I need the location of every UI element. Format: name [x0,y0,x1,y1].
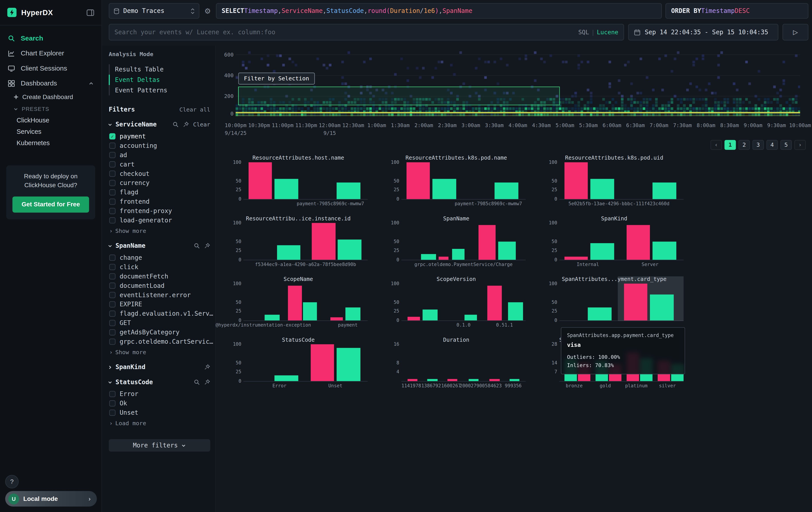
presets-toggle[interactable]: PRESETS [0,103,102,114]
language-toggle[interactable]: SQL|Lucene [578,28,618,36]
inlier-bar[interactable] [423,309,437,321]
inlier-bar[interactable] [590,179,614,199]
mode-results-table[interactable]: Results Table [110,64,215,75]
checkbox[interactable] [109,292,115,298]
local-mode-pill[interactable]: U Local mode › [5,491,97,507]
checkbox[interactable] [109,217,115,223]
inlier-bar[interactable] [421,254,436,260]
filter-option-load-generator[interactable]: load-generator [109,216,215,225]
checkbox[interactable] [109,208,115,214]
filter-option-ad[interactable]: ad [109,150,215,160]
help-button[interactable]: ? [5,475,19,488]
inlier-bar[interactable] [345,308,360,321]
checkbox[interactable] [109,282,115,289]
checkbox[interactable] [109,339,115,345]
search-icon[interactable] [194,379,200,385]
outlier-bar[interactable] [564,162,588,199]
outlier-bar[interactable] [626,225,650,260]
checkbox[interactable] [109,152,115,158]
checkbox[interactable] [109,142,115,149]
filter-option-flagd.evaluation.v1.Serv…[interactable]: flagd.evaluation.v1.Serv… [109,309,215,318]
pager-page-1[interactable]: 1 [724,140,736,150]
chevron-down-icon[interactable] [108,244,112,248]
load-more-statuscode[interactable]: ›Load more [109,420,215,427]
outlier-bar[interactable] [408,317,420,321]
outlier-bar[interactable] [406,162,430,199]
filter-option-change[interactable]: change [109,253,215,263]
filter-option-documentLoad[interactable]: documentLoad [109,281,215,290]
checkbox[interactable] [109,301,115,307]
filter-option-frontend[interactable]: frontend [109,197,215,206]
checkbox[interactable] [109,264,115,270]
inlier-bar[interactable] [337,348,360,381]
chevron-down-icon[interactable] [108,380,112,384]
filter-option-payment[interactable]: ✓payment [109,132,215,141]
run-query-button[interactable]: ▷ [782,24,808,41]
filter-option-EXPIRE[interactable]: EXPIRE [109,300,215,309]
show-more-servicename[interactable]: ›Show more [109,227,215,234]
inlier-bar[interactable] [274,376,298,381]
inlier-bar[interactable] [468,379,478,381]
source-select[interactable]: Demo Traces [109,3,199,19]
inlier-bar[interactable] [427,379,437,381]
checkbox[interactable] [109,189,115,195]
filter-option-grpc.oteldemo.CartServic…[interactable]: grpc.oteldemo.CartServic… [109,337,215,346]
inlier-bar[interactable] [337,183,360,199]
filter-option-accounting[interactable]: accounting [109,141,215,151]
checkbox[interactable] [109,180,115,186]
checkbox[interactable] [109,320,115,326]
chevron-right-icon[interactable] [108,365,112,370]
checkbox[interactable]: ✓ [109,133,115,140]
inlier-bar[interactable] [652,241,676,260]
sidebar-collapse-icon[interactable] [86,9,94,16]
outlier-bar[interactable] [478,225,496,260]
checkbox[interactable] [109,311,115,317]
filter-option-frontend-proxy[interactable]: frontend-proxy [109,206,215,216]
time-selection-rect[interactable] [238,87,560,105]
chevron-down-icon[interactable] [108,122,112,127]
checkbox[interactable] [109,410,115,416]
search-icon[interactable] [172,121,178,128]
filter-option-eventListener.error[interactable]: eventListener.error [109,290,215,300]
date-range-picker[interactable]: Sep 14 22:04:35 - Sep 15 10:04:35 [628,24,778,41]
create-dashboard-button[interactable]: Create Dashboard [0,91,102,103]
filter-option-click[interactable]: click [109,263,215,272]
preset-kubernetes[interactable]: Kubernetes [0,137,102,149]
gear-icon[interactable]: ⚙ [203,7,212,15]
inlier-bar[interactable] [277,245,300,260]
sidebar-item-dashboards[interactable]: Dashboards [0,76,102,91]
inlier-bar[interactable] [588,308,611,321]
inlier-bar[interactable] [650,295,673,321]
pin-icon[interactable] [204,243,210,249]
outlier-bar[interactable] [330,318,343,320]
inlier-bar[interactable] [498,241,516,260]
filter-option-documentFetch[interactable]: documentFetch [109,272,215,281]
search-icon[interactable] [194,243,200,249]
checkbox[interactable] [109,391,115,397]
sidebar-item-client-sessions[interactable]: Client Sessions [0,61,102,76]
filter-option-GET[interactable]: GET [109,318,215,328]
inlier-bar[interactable] [465,315,477,321]
outlier-bar[interactable] [564,257,588,260]
outlier-bar[interactable] [624,284,647,320]
language-lucene[interactable]: Lucene [597,28,618,36]
outlier-bar[interactable] [408,379,417,381]
show-more-spanname[interactable]: ›Show more [109,349,215,355]
outlier-bar[interactable] [490,379,500,381]
checkbox[interactable] [109,170,115,177]
outlier-bar[interactable] [447,379,457,381]
checkbox[interactable] [109,198,115,205]
preset-services[interactable]: Services [0,126,102,137]
filter-by-selection-button[interactable]: Filter by Selection [238,73,315,85]
filter-option-currency[interactable]: currency [109,178,215,188]
outlier-bar[interactable] [312,223,335,260]
inlier-bar[interactable] [652,183,676,199]
events-heatmap[interactable] [236,51,800,117]
sidebar-item-search[interactable]: Search [0,30,102,46]
preset-clickhouse[interactable]: ClickHouse [0,115,102,126]
pager-page-2[interactable]: 2 [738,140,750,150]
pin-icon[interactable] [204,379,210,385]
mode-event-deltas[interactable]: Event Deltas [109,75,215,85]
order-by-input[interactable]: ORDER BY Timestamp DESC [665,3,808,19]
inlier-bar[interactable] [338,240,361,260]
